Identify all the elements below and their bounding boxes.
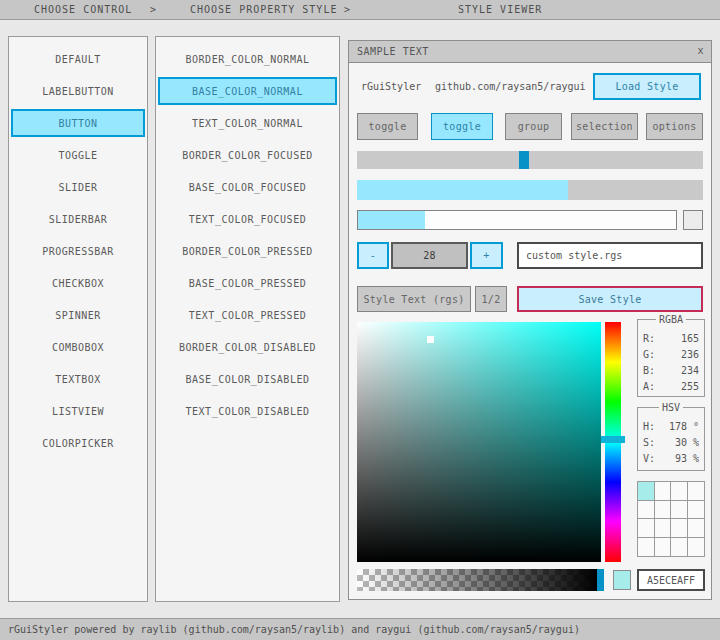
rgba-row-g: G: 236 (638, 346, 704, 362)
spinner-plus-button[interactable]: + (470, 242, 503, 269)
filename-input[interactable] (517, 242, 703, 269)
alpha-handle[interactable] (597, 569, 604, 591)
breadcrumb-step-choose-property: CHOOSE PROPERTY STYLE (190, 4, 337, 15)
control-item-selected[interactable]: BUTTON (11, 109, 145, 137)
page-indicator-button[interactable]: 1/2 (475, 286, 507, 312)
control-item[interactable]: COLORPICKER (9, 427, 147, 459)
property-item[interactable]: TEXT_COLOR_NORMAL (156, 107, 339, 139)
property-item[interactable]: TEXT_COLOR_PRESSED (156, 299, 339, 331)
hsv-panel-title: HSV (659, 402, 683, 413)
control-item[interactable]: SLIDERBAR (9, 203, 147, 235)
window-titlebar[interactable]: SAMPLE TEXT x (349, 41, 711, 63)
palette-cell[interactable] (655, 482, 672, 501)
rgba-row-a: A: 255 (638, 378, 704, 394)
palette-cell[interactable] (655, 501, 672, 520)
control-item[interactable]: SPINNER (9, 299, 147, 331)
property-item-selected[interactable]: BASE_COLOR_NORMAL (158, 77, 337, 105)
chevron-right-icon: > (150, 4, 157, 15)
slider-track[interactable] (357, 151, 703, 169)
palette-cell[interactable] (655, 519, 672, 538)
property-item[interactable]: BASE_COLOR_PRESSED (156, 267, 339, 299)
close-icon[interactable]: x (697, 45, 704, 56)
progress-bar-fill (357, 180, 568, 200)
property-item[interactable]: BORDER_COLOR_DISABLED (156, 331, 339, 363)
property-item[interactable]: BORDER_COLOR_NORMAL (156, 43, 339, 75)
spinner-value[interactable]: 28 (391, 242, 468, 269)
control-item[interactable]: TOGGLE (9, 139, 147, 171)
control-item[interactable]: SLIDER (9, 171, 147, 203)
rgba-row-b: B: 234 (638, 362, 704, 378)
control-item[interactable]: LABELBUTTON (9, 75, 147, 107)
repo-link-label: github.com/raysan5/raygui (435, 73, 586, 100)
control-item[interactable]: COMBOBOX (9, 331, 147, 363)
hsv-row-v: V: 93 % (638, 450, 704, 466)
load-style-button[interactable]: Load Style (593, 73, 701, 100)
rguistyler-app: CHOOSE CONTROL > CHOOSE PROPERTY STYLE >… (0, 0, 720, 640)
palette-cell[interactable] (688, 501, 705, 520)
color-preview-swatch (613, 570, 631, 590)
rgba-value-r: 165 (681, 333, 699, 344)
status-text: rGuiStyler powered by raylib (github.com… (8, 624, 580, 635)
properties-list: BORDER_COLOR_NORMAL BASE_COLOR_NORMAL TE… (155, 36, 340, 602)
palette-cell[interactable] (688, 482, 705, 501)
hsv-value-s: 30 % (675, 437, 699, 448)
rgba-label-a: A: (643, 381, 655, 392)
breadcrumb: CHOOSE CONTROL > CHOOSE PROPERTY STYLE >… (0, 0, 720, 20)
checkbox[interactable] (683, 210, 703, 230)
control-item[interactable]: CHECKBOX (9, 267, 147, 299)
property-item[interactable]: BORDER_COLOR_PRESSED (156, 235, 339, 267)
breadcrumb-step-choose-control: CHOOSE CONTROL (34, 4, 132, 15)
control-item[interactable]: PROGRESSBAR (9, 235, 147, 267)
property-item[interactable]: TEXT_COLOR_DISABLED (156, 395, 339, 427)
toggle-item-active[interactable]: toggle (431, 113, 493, 140)
palette-cell[interactable] (671, 501, 688, 520)
style-text-button[interactable]: Style Text (rgs) (357, 286, 471, 312)
rgba-value-a: 255 (681, 381, 699, 392)
color-picker-cursor[interactable] (427, 336, 434, 343)
hsv-label-h: H: (643, 421, 655, 432)
alpha-slider[interactable] (357, 569, 597, 591)
rgba-value-b: 234 (681, 365, 699, 376)
save-style-button[interactable]: Save Style (517, 286, 703, 312)
rgba-panel: RGBA R: 165 G: 236 B: 234 A: 255 (637, 319, 705, 397)
palette-cell[interactable] (638, 538, 655, 557)
slider-handle[interactable] (519, 151, 529, 169)
progress-bar (357, 180, 703, 200)
spinner-minus-button[interactable]: - (357, 242, 389, 269)
palette-cell[interactable] (671, 482, 688, 501)
palette-cell[interactable] (688, 519, 705, 538)
toggle-item[interactable]: selection (571, 113, 638, 140)
rgba-label-g: G: (643, 349, 655, 360)
controls-list: DEFAULT LABELBUTTON BUTTON TOGGLE SLIDER… (8, 36, 148, 602)
palette-cell[interactable] (638, 501, 655, 520)
control-item[interactable]: DEFAULT (9, 43, 147, 75)
property-item[interactable]: BASE_COLOR_FOCUSED (156, 171, 339, 203)
toggle-item[interactable]: group (505, 113, 562, 140)
toggle-group: toggle toggle group selection options (357, 113, 703, 140)
toggle-item[interactable]: options (646, 113, 703, 140)
status-bar: rGuiStyler powered by raylib (github.com… (0, 618, 720, 640)
slider-bar[interactable] (357, 210, 677, 230)
hsv-label-v: V: (643, 453, 655, 464)
property-item[interactable]: TEXT_COLOR_FOCUSED (156, 203, 339, 235)
property-item[interactable]: BORDER_COLOR_FOCUSED (156, 139, 339, 171)
rgba-row-r: R: 165 (638, 330, 704, 346)
color-picker-area[interactable] (357, 322, 601, 562)
rgba-label-r: R: (643, 333, 655, 344)
palette-cell-selected[interactable] (638, 482, 655, 501)
palette-cell[interactable] (655, 538, 672, 557)
control-item[interactable]: TEXTBOX (9, 363, 147, 395)
app-name-label: rGuiStyler (361, 73, 421, 100)
hsv-label-s: S: (643, 437, 655, 448)
palette-cell[interactable] (671, 519, 688, 538)
toggle-item[interactable]: toggle (357, 113, 418, 140)
rgba-label-b: B: (643, 365, 655, 376)
palette-cell[interactable] (638, 519, 655, 538)
style-viewer-window: SAMPLE TEXT x rGuiStyler github.com/rays… (348, 40, 712, 600)
palette-cell[interactable] (688, 538, 705, 557)
palette-cell[interactable] (671, 538, 688, 557)
property-item[interactable]: BASE_COLOR_DISABLED (156, 363, 339, 395)
control-item[interactable]: LISTVIEW (9, 395, 147, 427)
hex-color-input[interactable] (637, 569, 705, 591)
hue-handle[interactable] (601, 436, 625, 443)
